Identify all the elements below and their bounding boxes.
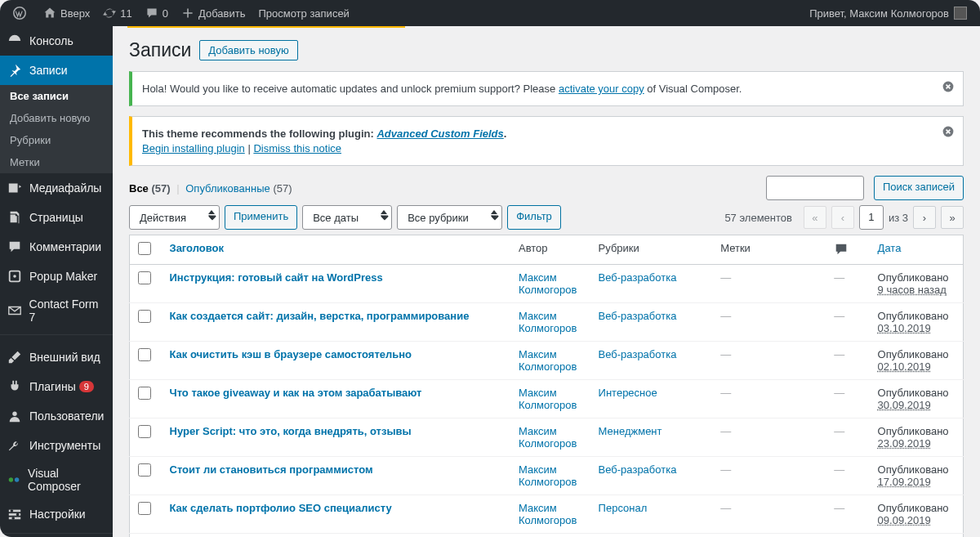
vc-activate-link[interactable]: activate your copy <box>559 83 644 95</box>
post-title-link[interactable]: Что такое giveaway и как на этом зарабат… <box>170 387 422 399</box>
menu-comments[interactable]: Комментарии <box>0 232 113 262</box>
view-posts-label: Просмотр записей <box>258 7 349 20</box>
author-link[interactable]: Максим Колмогоров <box>519 463 577 488</box>
row-checkbox[interactable] <box>138 348 151 361</box>
th-title[interactable]: Заголовок <box>170 242 225 254</box>
category-link[interactable]: Веб-разработка <box>599 271 677 284</box>
menu-tools[interactable]: Инструменты <box>0 431 113 460</box>
submenu-item[interactable]: Все записи <box>0 85 113 107</box>
menu-label: Инструменты <box>29 439 100 452</box>
author-link[interactable]: Максим Колмогоров <box>519 348 577 373</box>
vc-icon <box>7 472 21 488</box>
author-link[interactable]: Максим Колмогоров <box>519 387 577 411</box>
menu-label: Пользователи <box>29 409 104 423</box>
filter-button[interactable]: Фильтр <box>507 205 561 230</box>
site-home[interactable]: Вверх <box>37 0 96 26</box>
date-filter-select[interactable]: Все даты <box>302 205 392 230</box>
tags-cell: — <box>720 502 731 514</box>
updates[interactable]: 11 <box>96 0 138 26</box>
menu-cf7[interactable]: Contact Form 7 <box>0 291 113 330</box>
category-link[interactable]: Веб-разработка <box>599 310 677 322</box>
menu-label: Плагины <box>29 380 76 393</box>
select-all-checkbox[interactable] <box>138 242 151 255</box>
search-button[interactable]: Поиск записей <box>874 176 964 200</box>
submenu-item[interactable]: Добавить новую <box>0 107 113 129</box>
bulk-actions-select[interactable]: Действия <box>129 205 220 230</box>
wrench-icon <box>7 437 23 454</box>
row-checkbox[interactable] <box>138 502 151 515</box>
comments-cell: — <box>834 463 844 476</box>
category-link[interactable]: Персонал <box>599 502 648 514</box>
comments-count: 0 <box>163 7 168 20</box>
new-content[interactable]: Добавить <box>175 0 252 26</box>
acf-link[interactable]: Advanced Custom Fields <box>376 128 503 140</box>
post-title-link[interactable]: Стоит ли становиться программистом <box>170 463 373 476</box>
begin-install-link[interactable]: Begin installing plugin <box>142 142 245 154</box>
post-title-link[interactable]: Как сделать портфолио SEO специалисту <box>170 502 392 514</box>
submenu-item[interactable]: Рубрики <box>0 129 113 151</box>
author-link[interactable]: Максим Колмогоров <box>519 502 577 526</box>
badge: 9 <box>79 381 94 392</box>
menu-plugins[interactable]: Плагины9 <box>0 372 113 401</box>
row-checkbox[interactable] <box>138 425 151 438</box>
menu-users[interactable]: Пользователи <box>0 401 113 431</box>
post-title-link[interactable]: Как очистить кэш в браузере самостоятель… <box>170 348 412 360</box>
menu-dashboard[interactable]: Консоль <box>0 26 113 56</box>
category-link[interactable]: Веб-разработка <box>599 463 677 476</box>
view-posts[interactable]: Просмотр записей <box>252 0 355 26</box>
search-input[interactable] <box>766 176 864 200</box>
menu-vc[interactable]: Visual Composer <box>0 460 113 499</box>
category-filter-select[interactable]: Все рубрики <box>397 205 502 230</box>
menu-settings[interactable]: Настройки <box>0 499 113 529</box>
pub-date: 23.09.2019 <box>878 437 931 450</box>
post-title-link[interactable]: Как создается сайт: дизайн, верстка, про… <box>170 310 470 322</box>
category-link[interactable]: Интересное <box>599 387 657 399</box>
page-prev[interactable]: ‹ <box>831 206 854 229</box>
comments-cell: — <box>834 502 844 514</box>
menu-label: Popup Maker <box>29 270 97 283</box>
settings-icon <box>7 506 23 522</box>
row-checkbox[interactable] <box>138 310 151 323</box>
dismiss-notice-link[interactable]: Dismiss this notice <box>253 142 341 154</box>
author-link[interactable]: Максим Колмогоров <box>519 425 577 450</box>
menu-pages[interactable]: Страницы <box>0 203 113 232</box>
wp-logo[interactable] <box>7 0 37 26</box>
author-link[interactable]: Максим Колмогоров <box>519 310 577 334</box>
page-first[interactable]: « <box>804 206 826 229</box>
notice-dismiss-icon[interactable] <box>940 78 956 95</box>
menu-media[interactable]: Медиафайлы <box>0 173 113 203</box>
page-last[interactable]: » <box>941 206 964 229</box>
site-name-label: Вверх <box>60 7 90 20</box>
tags-cell: — <box>720 310 731 322</box>
page-current-input[interactable] <box>859 205 884 230</box>
category-link[interactable]: Веб-разработка <box>599 348 677 360</box>
menu-posts[interactable]: Записи <box>0 56 113 85</box>
filter-published[interactable]: Опубликованные (57) <box>185 182 292 195</box>
category-link[interactable]: Менеджмент <box>599 425 662 437</box>
row-checkbox[interactable] <box>138 463 151 477</box>
apply-button[interactable]: Применить <box>225 205 297 230</box>
menu-label: Медиафайлы <box>29 181 101 195</box>
svg-point-10 <box>16 513 20 517</box>
post-title-link[interactable]: Инструкция: готовый сайт на WordPress <box>170 271 383 284</box>
menu-label: Страницы <box>29 211 83 224</box>
table-row: Как создается сайт: дизайн, верстка, про… <box>130 303 964 342</box>
add-new-button[interactable]: Добавить новую <box>199 40 297 60</box>
pub-date: 02.10.2019 <box>878 360 931 373</box>
post-title-link[interactable]: Hyper Script: что это, когда внедрять, о… <box>170 425 412 437</box>
submenu-item[interactable]: Метки <box>0 151 113 173</box>
comments-cell: — <box>834 271 844 284</box>
th-date[interactable]: Дата <box>878 242 902 254</box>
menu-appearance[interactable]: Внешний вид <box>0 342 113 372</box>
user-greeting[interactable]: Привет, Максим Колмогоров <box>803 0 973 26</box>
comments-bubble[interactable]: 0 <box>139 0 175 26</box>
notice-dismiss-icon[interactable] <box>940 123 956 140</box>
menu-popup[interactable]: Popup Maker <box>0 262 113 291</box>
row-checkbox[interactable] <box>138 271 151 284</box>
updates-count: 11 <box>120 7 131 20</box>
row-checkbox[interactable] <box>138 387 151 400</box>
filter-all[interactable]: Все (57) <box>129 182 171 195</box>
author-link[interactable]: Максим Колмогоров <box>519 271 577 296</box>
page-header: Записи Добавить новую <box>129 39 964 61</box>
page-next[interactable]: › <box>913 206 936 229</box>
